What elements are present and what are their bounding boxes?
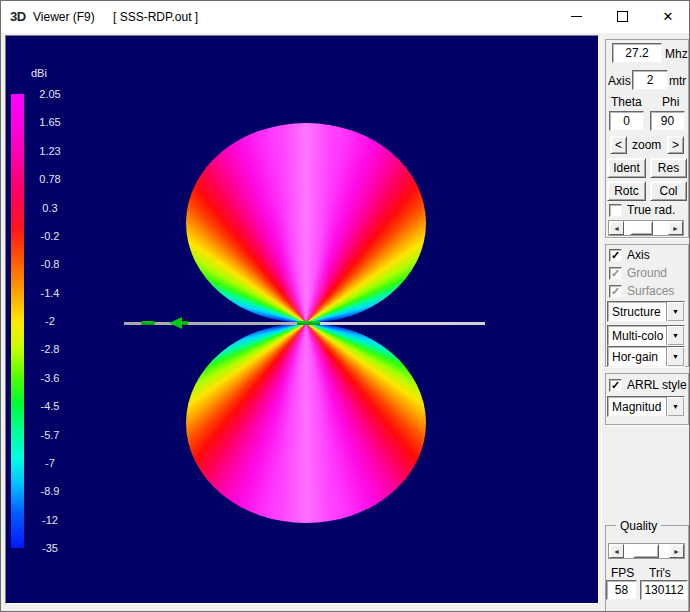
scale-tick: -8.9 xyxy=(29,484,71,498)
ident-button[interactable]: Ident xyxy=(607,158,646,178)
true-rad-label: True rad. xyxy=(627,203,675,217)
maximize-icon xyxy=(617,11,628,22)
radiation-lobe-top xyxy=(186,123,426,323)
axis-checkbox-box[interactable]: ✓ xyxy=(609,249,622,262)
theta-label: Theta xyxy=(611,95,642,109)
zoom-in-button[interactable]: > xyxy=(667,136,684,154)
true-rad-checkbox[interactable]: True rad. xyxy=(609,203,675,217)
gain-type-dropdown-value: Hor-gain xyxy=(608,350,666,364)
radiation-lobe-bottom xyxy=(186,323,426,523)
tris-label: Tri's xyxy=(649,566,671,580)
color-mode-dropdown-value: Multi-colo xyxy=(608,329,666,343)
ground-checkbox-label: Ground xyxy=(627,266,667,280)
scale-tick: -2 xyxy=(29,314,71,328)
chevron-down-icon[interactable]: ▼ xyxy=(666,397,684,416)
wire-arrow-icon xyxy=(169,317,182,329)
ground-checkbox: ✓ Ground xyxy=(609,266,667,280)
surfaces-checkbox: ✓ Surfaces xyxy=(609,284,674,298)
col-button[interactable]: Col xyxy=(650,181,687,201)
magnitude-dropdown-value: Magnitud xyxy=(608,400,666,414)
surfaces-checkbox-label: Surfaces xyxy=(627,284,674,298)
quality-label: Quality xyxy=(616,519,661,533)
arrl-style-label: ARRL style xyxy=(627,378,687,392)
arrl-style-checkbox-box[interactable]: ✓ xyxy=(609,379,622,392)
scale-tick: -0.2 xyxy=(29,229,71,243)
scale-tick: 1.23 xyxy=(29,144,71,158)
ground-checkbox-box: ✓ xyxy=(609,267,622,280)
chevron-down-icon[interactable]: ▼ xyxy=(666,326,684,345)
arrow-right-icon[interactable]: ► xyxy=(669,544,684,558)
phi-label: Phi xyxy=(662,95,679,109)
gain-scale-labels: 2.05 1.65 1.23 0.78 0.3 -0.2 -0.8 -1.4 -… xyxy=(29,87,71,555)
minimize-icon xyxy=(571,16,582,17)
quality-scrollbar[interactable]: ◄ ► xyxy=(608,543,685,559)
scale-unit-label: dBi xyxy=(31,67,47,79)
scale-tick: -5.7 xyxy=(29,428,71,442)
scale-tick: -7 xyxy=(29,456,71,470)
structure-dropdown[interactable]: Structure ▼ xyxy=(607,301,685,322)
scale-tick: 0.3 xyxy=(29,201,71,215)
axis-size-input[interactable] xyxy=(632,70,668,90)
structure-dropdown-value: Structure xyxy=(608,305,666,319)
scale-tick: 1.65 xyxy=(29,115,71,129)
scale-tick: -4.5 xyxy=(29,399,71,413)
app-3d-icon: 3D xyxy=(10,9,26,24)
scale-tick: -3.6 xyxy=(29,371,71,385)
minimize-button[interactable] xyxy=(553,1,599,32)
zoom-label: zoom xyxy=(632,138,661,152)
rotation-scrollbar-thumb[interactable] xyxy=(630,221,653,235)
color-mode-dropdown[interactable]: Multi-colo ▼ xyxy=(607,325,685,346)
close-icon: ✕ xyxy=(663,10,674,23)
control-panel: Mhz Axis mtr Theta Phi < zoom > Ident Re… xyxy=(601,35,690,602)
scale-tick: 2.05 xyxy=(29,87,71,101)
close-button[interactable]: ✕ xyxy=(645,1,690,32)
scale-tick: -35 xyxy=(29,541,71,555)
frequency-unit-label: Mhz xyxy=(665,47,688,61)
wire-arrow-tail xyxy=(182,321,188,325)
scale-tick: -2.8 xyxy=(29,342,71,356)
titlebar: 3D Viewer (F9) [ SSS-RDP.out ] ✕ xyxy=(1,1,689,33)
arrow-left-icon[interactable]: ◄ xyxy=(609,221,624,235)
res-button[interactable]: Res xyxy=(650,158,687,178)
zoom-out-button[interactable]: < xyxy=(610,136,627,154)
frequency-input[interactable] xyxy=(612,43,662,63)
wire-segment-icon xyxy=(141,321,155,325)
true-rad-checkbox-box[interactable] xyxy=(609,204,622,217)
scale-tick: -1.4 xyxy=(29,286,71,300)
chevron-down-icon[interactable]: ▼ xyxy=(666,302,684,321)
viewer-window: 3D Viewer (F9) [ SSS-RDP.out ] ✕ dBi 2.0… xyxy=(0,0,690,612)
theta-input[interactable] xyxy=(609,111,644,131)
open-document-name: [ SSS-RDP.out ] xyxy=(113,10,198,24)
scale-tick: -0.8 xyxy=(29,257,71,271)
gain-color-scale xyxy=(11,94,24,548)
rotc-button[interactable]: Rotc xyxy=(607,181,646,201)
surfaces-checkbox-box: ✓ xyxy=(609,285,622,298)
axis-checkbox-label: Axis xyxy=(627,248,650,262)
axis-size-label: Axis xyxy=(608,74,631,88)
fps-value xyxy=(606,580,637,600)
pattern-3d-viewport[interactable]: dBi 2.05 1.65 1.23 0.78 0.3 -0.2 -0.8 -1… xyxy=(5,35,599,604)
rotation-scrollbar[interactable]: ◄ ► xyxy=(608,220,684,236)
arrow-left-icon[interactable]: ◄ xyxy=(609,544,624,558)
gain-type-dropdown[interactable]: Hor-gain ▼ xyxy=(607,346,685,367)
fps-label: FPS xyxy=(611,566,634,580)
chevron-down-icon[interactable]: ▼ xyxy=(666,347,684,366)
maximize-button[interactable] xyxy=(599,1,645,32)
tris-value xyxy=(640,580,688,600)
quality-scrollbar-thumb[interactable] xyxy=(633,544,659,558)
axis-checkbox[interactable]: ✓ Axis xyxy=(609,248,650,262)
scale-tick: 0.78 xyxy=(29,172,71,186)
arrow-right-icon[interactable]: ► xyxy=(668,221,683,235)
phi-input[interactable] xyxy=(650,111,685,131)
window-title: Viewer (F9) xyxy=(33,10,95,24)
center-dipole-wire xyxy=(297,321,320,325)
axis-unit-label: mtr xyxy=(669,74,686,88)
scale-tick: -12 xyxy=(29,513,71,527)
arrl-style-checkbox[interactable]: ✓ ARRL style xyxy=(609,378,687,392)
magnitude-dropdown[interactable]: Magnitud ▼ xyxy=(607,396,685,417)
